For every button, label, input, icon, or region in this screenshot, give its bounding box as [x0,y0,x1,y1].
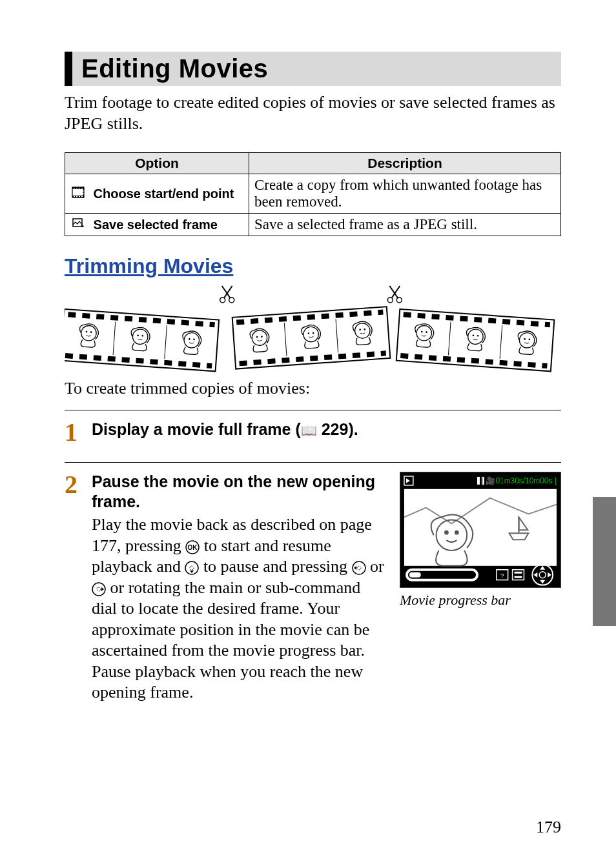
svg-text:OK: OK [188,544,198,551]
step-2: 2 Pause the movie on the new opening fra… [65,462,561,720]
intro-text: Trim footage to create edited copies of … [65,92,561,134]
option-label: Choose start/end point [94,187,234,201]
left-button-icon [352,559,366,577]
svg-rect-4 [76,188,77,188]
svg-text:?: ? [500,571,504,578]
svg-marker-49 [190,570,194,573]
svg-rect-5 [79,188,80,188]
svg-rect-9 [79,196,80,196]
svg-marker-55 [101,587,104,591]
svg-rect-68 [409,572,421,578]
step-1-heading: Display a movie full frame (📖 229). [92,419,561,439]
choose-start-end-icon [70,187,86,201]
svg-rect-6 [81,188,83,188]
step-1-head-pre: Display a movie full frame ( [92,420,301,438]
filmstrip-illustration [65,282,561,372]
option-label: Save selected frame [94,217,218,232]
svg-rect-7 [74,196,75,196]
step-1: 1 Display a movie full frame (📖 229). [65,410,561,462]
down-button-icon [185,559,199,577]
step-number: 2 [65,472,83,703]
svg-rect-73 [515,576,522,578]
section-title: Editing Movies [65,52,561,86]
svg-rect-59 [477,477,480,485]
lcd-caption: Movie progress bar [400,592,511,609]
svg-rect-72 [515,572,522,574]
svg-marker-52 [354,566,356,570]
subsection-title: Trimming Movies [65,254,561,278]
svg-rect-10 [81,196,83,196]
svg-rect-8 [76,196,77,196]
svg-point-51 [357,566,361,570]
svg-point-48 [190,566,194,570]
step-1-head-page: 229). [317,420,358,438]
svg-text:[ 🎥01m30s/10m00s ]: [ 🎥01m30s/10m00s ] [482,476,557,485]
lead-text: To create trimmed copies of movies: [65,379,561,398]
table-row: Save selected frame Save a selected fram… [65,214,561,236]
svg-point-66 [455,531,458,534]
lcd-preview: [ 🎥01m30s/10m00s ] [400,472,561,609]
right-button-icon [92,580,106,598]
section-side-tab [593,497,616,626]
option-desc: Save a selected frame as a JPEG still. [249,214,561,236]
ok-button-icon: OK [185,538,200,556]
save-selected-frame-icon [70,217,86,232]
step-number: 1 [65,419,83,445]
options-table: Option Description Choose start/end poin… [65,152,561,236]
svg-point-65 [445,531,448,534]
step-2-text-part1: Play the movie back as described on page… [92,514,388,703]
page-number: 179 [536,818,561,837]
step-2-heading: Pause the movie on the new opening frame… [92,472,388,512]
svg-rect-3 [74,188,75,188]
svg-rect-62 [404,489,557,566]
option-desc: Create a copy from which unwanted footag… [249,174,561,214]
steps-list: 1 Display a movie full frame (📖 229). 2 … [65,410,561,720]
table-header-description: Description [249,153,561,174]
table-row: Choose start/end point Create a copy fro… [65,174,561,214]
page-ref-icon: 📖 [301,423,317,439]
svg-point-54 [97,587,101,591]
table-header-option: Option [65,153,249,174]
